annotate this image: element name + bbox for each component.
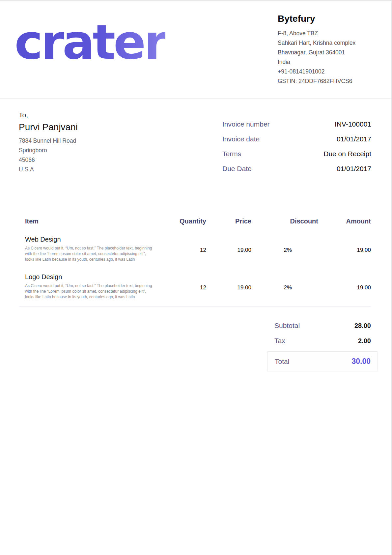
invoice-date-row: Invoice date 01/01/2017 xyxy=(222,131,371,146)
subtotal-value: 28.00 xyxy=(354,322,371,330)
total-label: Total xyxy=(275,358,289,365)
company-address: F-8, Above TBZ Sahkari Hart, Krishna com… xyxy=(278,29,380,86)
terms-label: Terms xyxy=(222,150,241,158)
invoice-page: crater Bytefury F-8, Above TBZ Sahkari H… xyxy=(0,0,392,555)
item-price: 19.00 xyxy=(210,284,256,291)
customer-address-line: 7884 Bunnel Hill Road xyxy=(19,136,157,146)
invoice-date-label: Invoice date xyxy=(222,135,260,143)
item-description: As Cicero would put it, “Um, not so fast… xyxy=(25,283,155,300)
column-header-discount: Discount xyxy=(256,218,318,225)
column-header-quantity: Quantity xyxy=(155,218,210,225)
invoice-number-row: Invoice number INV-100001 xyxy=(222,117,371,131)
bill-to-label: To, xyxy=(19,111,157,119)
invoice-date-value: 01/01/2017 xyxy=(337,135,371,143)
invoice-header: crater Bytefury F-8, Above TBZ Sahkari H… xyxy=(0,1,391,99)
terms-value: Due on Receipt xyxy=(323,150,371,158)
tax-row: Tax 2.00 xyxy=(267,333,378,348)
item-amount: 19.00 xyxy=(318,247,371,253)
item-cell: Logo Design As Cicero would put it, “Um,… xyxy=(19,273,155,302)
company-address-line: India xyxy=(278,57,380,67)
item-discount: 2% xyxy=(256,247,318,253)
crater-logo: crater xyxy=(14,18,165,66)
customer-address: 7884 Bunnel Hill Road Springboro 45066 U… xyxy=(19,136,157,174)
table-row: Web Design As Cicero would put it, “Um, … xyxy=(19,227,371,265)
terms-row: Terms Due on Receipt xyxy=(222,146,371,161)
totals-block: Subtotal 28.00 Tax 2.00 Total 30.00 xyxy=(267,318,378,371)
item-name: Web Design xyxy=(25,236,155,243)
item-description: As Cicero would put it, “Um, not so fast… xyxy=(25,246,155,262)
customer-name: Purvi Panjvani xyxy=(19,122,157,132)
item-quantity: 12 xyxy=(155,247,210,253)
customer-address-line: U.S.A xyxy=(19,165,157,174)
table-row: Logo Design As Cicero would put it, “Um,… xyxy=(19,265,371,302)
company-phone: +91-08141901002 xyxy=(278,67,380,76)
company-gstin: GSTIN: 24DDF7682FHVCS6 xyxy=(278,76,380,86)
tax-value: 2.00 xyxy=(358,337,371,345)
total-box: Total 30.00 xyxy=(267,351,378,371)
item-quantity: 12 xyxy=(155,284,210,291)
subtotal-label: Subtotal xyxy=(274,322,300,330)
tax-label: Tax xyxy=(274,337,285,345)
items-table: Item Quantity Price Discount Amount Web … xyxy=(19,215,371,307)
company-name: Bytefury xyxy=(278,14,380,24)
column-header-item: Item xyxy=(19,218,155,225)
table-bottom-divider xyxy=(19,306,371,307)
item-amount: 19.00 xyxy=(318,284,371,291)
due-date-value: 01/01/2017 xyxy=(337,165,371,173)
customer-address-line: 45066 xyxy=(19,155,157,165)
item-cell: Web Design As Cicero would put it, “Um, … xyxy=(19,236,155,265)
invoice-number-label: Invoice number xyxy=(222,120,270,128)
company-info: Bytefury F-8, Above TBZ Sahkari Hart, Kr… xyxy=(278,14,380,86)
item-name: Logo Design xyxy=(25,273,155,281)
due-date-row: Due Date 01/01/2017 xyxy=(222,161,371,176)
items-table-header: Item Quantity Price Discount Amount xyxy=(19,215,371,227)
company-address-line: F-8, Above TBZ xyxy=(278,29,380,38)
item-price: 19.00 xyxy=(210,247,256,253)
column-header-price: Price xyxy=(210,218,256,225)
total-value: 30.00 xyxy=(351,357,371,366)
item-discount: 2% xyxy=(256,284,318,291)
subtotal-row: Subtotal 28.00 xyxy=(267,318,378,333)
bill-to-block: To, Purvi Panjvani 7884 Bunnel Hill Road… xyxy=(19,111,157,174)
company-address-line: Bhavnagar, Gujrat 364001 xyxy=(278,48,380,57)
invoice-number-value: INV-100001 xyxy=(335,120,371,128)
company-address-line: Sahkari Hart, Krishna complex xyxy=(278,38,380,48)
due-date-label: Due Date xyxy=(222,165,252,173)
invoice-meta: Invoice number INV-100001 Invoice date 0… xyxy=(222,117,371,176)
column-header-amount: Amount xyxy=(318,218,371,225)
customer-address-line: Springboro xyxy=(19,146,157,155)
